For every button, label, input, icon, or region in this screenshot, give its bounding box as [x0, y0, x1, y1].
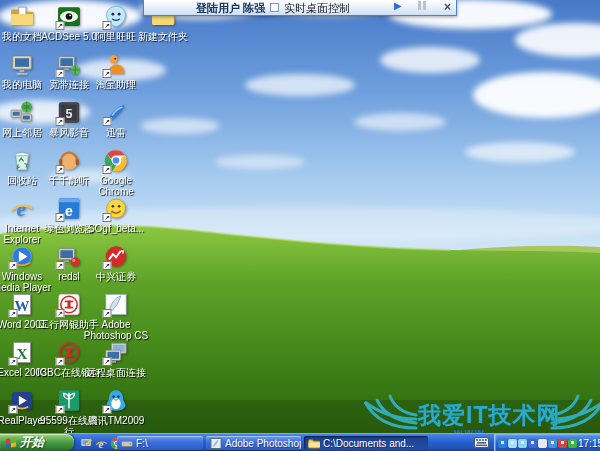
desktop-icon-label: SOgf_beta...	[88, 223, 144, 234]
start-button[interactable]: 开始	[0, 434, 74, 451]
qq-tray-icon-2[interactable]	[518, 439, 527, 448]
desktop-icon-network-places[interactable]: 网上邻居	[0, 98, 45, 146]
start-label: 开始	[20, 434, 44, 451]
realplayer-icon: ↗	[10, 388, 35, 413]
desktop-icon-label: 宽带连接	[49, 79, 89, 90]
ie-icon[interactable]: e	[95, 437, 108, 450]
shortcut-arrow-icon: ↗	[103, 309, 112, 318]
icbc-online-icon: ↗	[57, 340, 82, 365]
shortcut-arrow-icon: ↗	[9, 261, 18, 270]
desktop-icon-chrome[interactable]: ↗Google Chrome	[93, 146, 139, 194]
taskbar-button-adobe-photoshop[interactable]: Adobe Photoshop	[206, 436, 301, 450]
shortcut-arrow-icon: ↗	[103, 117, 112, 126]
task-button-label: Adobe Photoshop	[225, 438, 301, 449]
recycle-bin-icon	[10, 148, 35, 173]
shortcut-arrow-icon: ↗	[56, 69, 65, 78]
realtime-control-label: 实时桌面控制	[284, 1, 350, 16]
pause-button[interactable]	[418, 1, 426, 10]
abc-bank-icon: ↗	[57, 388, 82, 413]
icbc-assistant-icon: ↗	[57, 292, 82, 317]
shortcut-arrow-icon: ↗	[9, 357, 18, 366]
desktop-icon-excel-2003[interactable]: X↗Excel 2003	[0, 338, 45, 386]
desktop-icon-grid: 我的文档↗ACDSee 5.0↗阿里旺旺新建文件夹我的电脑↗宽带连接↗淘宝助理网…	[0, 0, 600, 451]
taskbar-button-documents-folder[interactable]: C:\Documents and...	[304, 436, 428, 450]
play-button[interactable]: ▶	[394, 0, 402, 11]
desktop-icon-photoshop[interactable]: ↗Adobe Photoshop CS	[93, 290, 139, 338]
desktop-icon-my-computer[interactable]: 我的电脑	[0, 50, 45, 98]
desktop-icon-my-documents[interactable]: 我的文档	[0, 2, 45, 50]
shortcut-arrow-icon: ↗	[9, 405, 18, 414]
task-buttons: F:\Adobe PhotoshopC:\Documents and...	[117, 436, 428, 450]
desktop-icon-label: 迅雷	[106, 127, 126, 138]
realtime-control-checkbox[interactable]	[270, 3, 279, 12]
desktop-icon-storm-player[interactable]: 5↗暴风影音	[46, 98, 92, 146]
svg-text:e: e	[65, 203, 73, 219]
svg-text:e: e	[99, 437, 104, 449]
remote-bar-title: 登陆用户 陈强	[196, 1, 265, 16]
taobao-icon: ↗	[104, 52, 129, 77]
language-bar-keyboard-icon[interactable]	[474, 437, 489, 448]
shortcut-arrow-icon: ↗	[103, 165, 112, 174]
chrome-icon: ↗	[104, 148, 129, 173]
shortcut-arrow-icon: ↗	[9, 309, 18, 318]
desktop-icon-label: ACDSee 5.0	[41, 31, 97, 42]
windows-flag-icon	[5, 437, 17, 449]
task-button-label: F:\	[136, 438, 148, 449]
storm-player-icon: 5↗	[57, 100, 82, 125]
svg-text:5: 5	[66, 107, 73, 121]
desktop-icon-taobao-assistant[interactable]: ↗淘宝助理	[93, 50, 139, 98]
close-button[interactable]: ×	[444, 0, 451, 14]
desktop-icon-label: 网上邻居	[2, 127, 42, 138]
desktop-icon-wangwang[interactable]: ↗阿里旺旺	[93, 2, 139, 50]
desktop-icon-label: 我的文档	[2, 31, 42, 42]
desktop-icon-internet-explorer[interactable]: eInternet Explorer	[0, 194, 45, 242]
desktop-icon-windows-media-player[interactable]: ↗Windows Media Player	[0, 242, 45, 290]
desktop-icon-thunder[interactable]: ↗迅雷	[93, 98, 139, 146]
desktop-icon-tm2009[interactable]: ↗腾讯TM2009	[93, 386, 139, 434]
desktop-icon-label: 新建文件夹	[138, 31, 188, 42]
shortcut-arrow-icon: ↗	[103, 261, 112, 270]
shortcut-arrow-icon: ↗	[56, 213, 65, 222]
green-arrow-tray-icon[interactable]	[568, 439, 577, 448]
security-tray-icon[interactable]	[558, 439, 567, 448]
shortcut-arrow-icon: ↗	[56, 405, 65, 414]
folder-small-icon	[308, 438, 320, 449]
word-icon: W↗	[10, 292, 35, 317]
desktop-icon-securities[interactable]: ↗中兴证券	[93, 242, 139, 290]
task-button-label: C:\Documents and...	[323, 438, 414, 449]
tm-tray-icon[interactable]	[528, 439, 537, 448]
ie-icon: e	[10, 196, 35, 221]
wangwang-tray-icon[interactable]	[548, 439, 557, 448]
securities-icon: ↗	[104, 244, 129, 269]
acdsee-icon: ↗	[57, 4, 82, 29]
remote-control-bar: 登陆用户 陈强 实时桌面控制 ▶ ×	[143, 0, 457, 16]
ps-task-icon	[210, 438, 222, 449]
desktop-icon-remote-desktop[interactable]: ↗远程桌面连接	[93, 338, 139, 386]
shortcut-arrow-icon: ↗	[56, 21, 65, 30]
shortcut-arrow-icon: ↗	[103, 405, 112, 414]
shortcut-arrow-icon: ↗	[56, 165, 65, 174]
desktop-icon-green-browser[interactable]: e↗绿色浏览器	[46, 194, 92, 242]
xp-desktop-screen: 我的文档↗ACDSee 5.0↗阿里旺旺新建文件夹我的电脑↗宽带连接↗淘宝助理网…	[0, 0, 600, 451]
desktop-icon-acdsee[interactable]: ↗ACDSee 5.0	[46, 2, 92, 50]
desktop-icon-icbc-online[interactable]: ↗ICBC在线银行	[46, 338, 92, 386]
thunder-tray-icon[interactable]	[498, 439, 507, 448]
desktop-icon-word-2003[interactable]: W↗Word 2003	[0, 290, 45, 338]
desktop-icon-recycle-bin[interactable]: 回收站	[0, 146, 45, 194]
qq-tray-icon[interactable]	[508, 439, 517, 448]
shortcut-arrow-icon: ↗	[103, 357, 112, 366]
desktop-icon-broadband[interactable]: ↗宽带连接	[46, 50, 92, 98]
input-tray-icon[interactable]	[538, 439, 547, 448]
desktop-icon-smiley-beta[interactable]: ↗SOgf_beta...	[93, 194, 139, 242]
taskbar-button-drive-f[interactable]: F:\	[117, 436, 203, 450]
show-desktop-icon[interactable]	[80, 437, 93, 450]
smiley-icon: ↗	[104, 196, 129, 221]
desktop-icon-redsl[interactable]: ↗redsl	[46, 242, 92, 290]
clock[interactable]: 17:15	[578, 438, 600, 449]
my-computer-icon	[10, 52, 35, 77]
shortcut-arrow-icon: ↗	[56, 261, 65, 270]
drive-icon	[121, 438, 133, 449]
desktop-icon-label: 回收站	[7, 175, 37, 186]
desktop-icon-label: 阿里旺旺	[96, 31, 136, 42]
desktop-icon-abc-95599[interactable]: ↗95599在线银行	[46, 386, 92, 434]
